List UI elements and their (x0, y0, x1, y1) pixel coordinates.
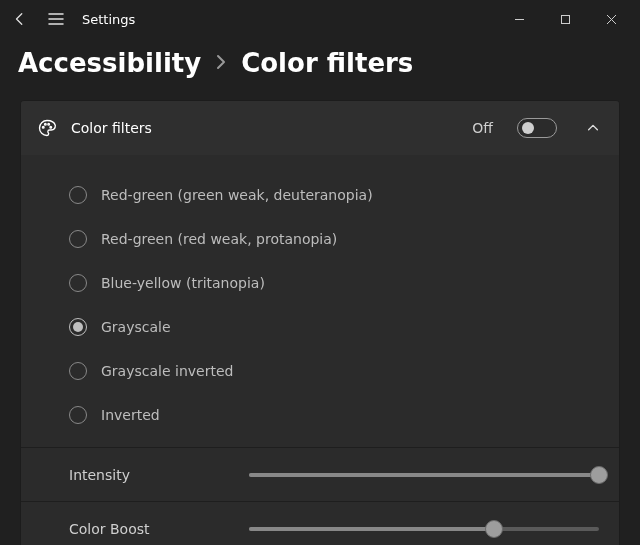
color-boost-label: Color Boost (69, 521, 229, 537)
maximize-button[interactable] (542, 3, 588, 35)
expand-button[interactable] (583, 118, 603, 138)
breadcrumb-current: Color filters (241, 48, 413, 78)
intensity-label: Intensity (69, 467, 229, 483)
svg-point-3 (48, 123, 50, 125)
svg-point-4 (50, 126, 52, 128)
filter-option-label: Red-green (red weak, protanopia) (101, 231, 337, 247)
slider-thumb[interactable] (590, 466, 608, 484)
filter-option[interactable]: Grayscale (21, 305, 619, 349)
radio-icon (69, 186, 87, 204)
filter-option[interactable]: Inverted (21, 393, 619, 437)
slider-fill (249, 527, 494, 531)
breadcrumb-parent[interactable]: Accessibility (18, 48, 201, 78)
titlebar: Settings (0, 0, 640, 38)
slider-fill (249, 473, 599, 477)
radio-icon (69, 362, 87, 380)
filter-option-label: Grayscale inverted (101, 363, 233, 379)
filter-option[interactable]: Blue-yellow (tritanopia) (21, 261, 619, 305)
svg-rect-0 (561, 15, 569, 23)
page-heading: Accessibility Color filters (0, 38, 640, 100)
filter-option[interactable]: Red-green (red weak, protanopia) (21, 217, 619, 261)
radio-icon (69, 274, 87, 292)
chevron-up-icon (586, 121, 600, 135)
intensity-slider[interactable] (249, 465, 599, 485)
color-boost-row: Color Boost (21, 501, 619, 545)
minimize-button[interactable] (496, 3, 542, 35)
filter-option[interactable]: Red-green (green weak, deuteranopia) (21, 173, 619, 217)
breadcrumb-separator (215, 51, 227, 75)
toggle-knob (522, 122, 534, 134)
color-boost-slider[interactable] (249, 519, 599, 539)
filter-option[interactable]: Grayscale inverted (21, 349, 619, 393)
nav-menu-button[interactable] (42, 5, 70, 33)
filter-option-label: Grayscale (101, 319, 171, 335)
maximize-icon (560, 14, 571, 25)
color-filters-card: Color filters Off Red-green (green weak,… (20, 100, 620, 545)
window-title: Settings (82, 12, 135, 27)
hamburger-icon (48, 12, 64, 26)
color-filters-toggle[interactable] (517, 118, 557, 138)
radio-icon (69, 318, 87, 336)
filter-option-label: Red-green (green weak, deuteranopia) (101, 187, 373, 203)
intensity-row: Intensity (21, 447, 619, 501)
filter-option-label: Inverted (101, 407, 160, 423)
radio-icon (69, 406, 87, 424)
palette-icon (37, 118, 57, 138)
arrow-left-icon (13, 12, 27, 26)
filter-options: Red-green (green weak, deuteranopia)Red-… (21, 155, 619, 447)
close-button[interactable] (588, 3, 634, 35)
filter-option-label: Blue-yellow (tritanopia) (101, 275, 265, 291)
minimize-icon (514, 14, 525, 25)
svg-point-2 (45, 123, 47, 125)
chevron-right-icon (215, 54, 227, 70)
svg-point-1 (42, 126, 44, 128)
radio-icon (69, 230, 87, 248)
back-button[interactable] (6, 5, 34, 33)
card-title: Color filters (71, 120, 458, 136)
slider-thumb[interactable] (485, 520, 503, 538)
close-icon (606, 14, 617, 25)
toggle-state-label: Off (472, 120, 493, 136)
card-header[interactable]: Color filters Off (21, 101, 619, 155)
